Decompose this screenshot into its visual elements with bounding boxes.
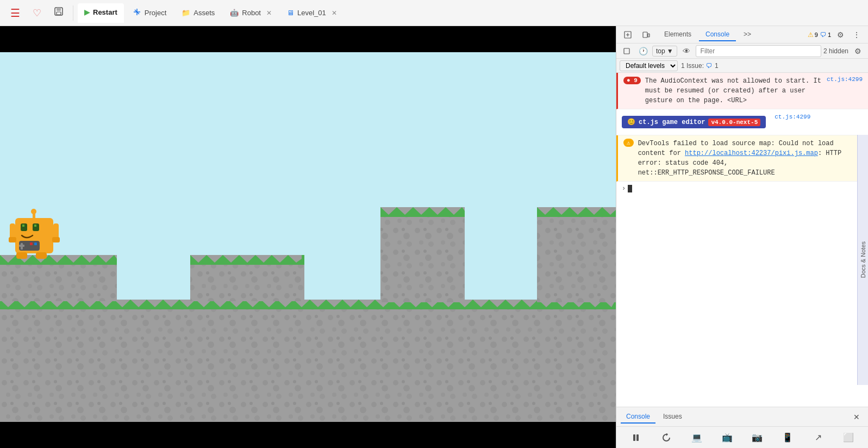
svg-rect-41 bbox=[19, 245, 24, 247]
tab-more[interactable]: >> bbox=[737, 28, 758, 41]
error-badge: ● 9 bbox=[623, 77, 641, 84]
assets-label: Assets bbox=[193, 9, 215, 17]
svg-rect-44 bbox=[9, 237, 16, 242]
robot-label: Robot bbox=[242, 9, 261, 17]
more-button[interactable]: ⋮ bbox=[850, 28, 864, 42]
issue-bar: 1 Issue: 🗩 1 bbox=[681, 62, 719, 70]
toolbar: ☰ ♡ ▶ Restart Project 📁 Assets 🤖 Robot ✕… bbox=[0, 0, 868, 26]
svg-rect-36 bbox=[34, 225, 36, 227]
main-area: Elements Console >> ⚠ 9 🗩 1 ⚙ ⋮ bbox=[0, 26, 868, 448]
svg-rect-47 bbox=[36, 252, 47, 259]
black-bar-bottom bbox=[0, 422, 616, 448]
error-file-link[interactable]: ct.js:4299 bbox=[827, 76, 863, 83]
top-selector[interactable]: top ▼ bbox=[652, 46, 677, 57]
elements-label: Elements bbox=[664, 30, 691, 38]
console-warning-msg: ⚠ DevTools failed to load source map: Co… bbox=[616, 135, 868, 182]
project-label: Project bbox=[145, 9, 166, 17]
assets-icon: 📁 bbox=[182, 9, 190, 17]
messages-count: 1 bbox=[828, 32, 831, 38]
menu-button[interactable]: ☰ bbox=[5, 3, 25, 23]
refresh-button[interactable] bbox=[658, 429, 675, 446]
tab-console[interactable]: Console bbox=[699, 28, 736, 41]
devtools-panel: Elements Console >> ⚠ 9 🗩 1 ⚙ ⋮ bbox=[616, 26, 868, 448]
filter-input[interactable] bbox=[696, 45, 821, 57]
dropdown-arrow: ▼ bbox=[667, 47, 673, 55]
docs-notes-panel[interactable]: Docs & Notes bbox=[857, 135, 868, 385]
svg-rect-39 bbox=[34, 242, 37, 245]
device-mode-button[interactable] bbox=[639, 28, 653, 42]
play-icon: ▶ bbox=[84, 8, 90, 16]
message-icon: 🗩 bbox=[820, 31, 827, 39]
warning-link[interactable]: http://localhost:42237/pixi.js.map bbox=[685, 150, 818, 157]
svg-rect-45 bbox=[52, 237, 60, 242]
devtools-toolbar: 💻 📺 📷 📱 ↗ ⬜ bbox=[616, 426, 868, 448]
eye-button[interactable]: 👁 bbox=[679, 44, 694, 58]
svg-rect-2 bbox=[57, 12, 61, 15]
settings-button[interactable]: ⚙ bbox=[833, 28, 847, 42]
message-icon-small: 🗩 bbox=[706, 62, 713, 70]
robot-close-button[interactable]: ✕ bbox=[266, 9, 272, 17]
black-bar-top bbox=[0, 26, 616, 52]
svg-rect-52 bbox=[648, 34, 650, 37]
devtools-bar3: Default levels 1 Issue: 🗩 1 bbox=[616, 59, 868, 73]
svg-rect-26 bbox=[380, 215, 465, 302]
screenshot-button[interactable]: 💻 bbox=[688, 429, 705, 446]
tab-restart[interactable]: ▶ Restart bbox=[78, 3, 124, 23]
svg-rect-46 bbox=[16, 252, 27, 259]
devtools-bar2: 🕐 top ▼ 👁 2 hidden ⚙ bbox=[616, 43, 868, 59]
tab-project[interactable]: Project bbox=[126, 3, 173, 23]
back-button[interactable] bbox=[620, 44, 634, 58]
game-area bbox=[0, 26, 616, 448]
tab-robot[interactable]: 🤖 Robot ✕ bbox=[223, 3, 278, 23]
prompt-symbol: › bbox=[622, 185, 626, 192]
robot-icon: 🤖 bbox=[230, 9, 239, 17]
level-close-button[interactable]: ✕ bbox=[332, 9, 337, 17]
tab-assets[interactable]: 📁 Assets bbox=[175, 3, 221, 23]
devtools-tab-bar: Elements Console >> bbox=[658, 28, 758, 41]
favorite-button[interactable]: ♡ bbox=[27, 3, 47, 23]
console-messages: ● 9 The AudioContext was not allowed to … bbox=[616, 73, 868, 407]
external-button[interactable]: ↗ bbox=[809, 429, 827, 446]
bottom-tab-issues[interactable]: Issues bbox=[658, 410, 688, 424]
filter-settings-button[interactable]: ⚙ bbox=[851, 44, 865, 58]
svg-rect-20 bbox=[0, 263, 117, 301]
heart-icon: ♡ bbox=[33, 7, 41, 19]
game-scene bbox=[0, 52, 616, 422]
svg-rect-54 bbox=[633, 434, 635, 441]
minimize-button[interactable]: ⬜ bbox=[840, 429, 857, 446]
record-button[interactable]: 📺 bbox=[719, 429, 736, 446]
clock-button[interactable]: 🕐 bbox=[636, 44, 650, 58]
level-label: Level_01 bbox=[297, 9, 326, 17]
warning-text: DevTools failed to load source map: Coul… bbox=[638, 139, 863, 178]
svg-rect-38 bbox=[30, 242, 33, 245]
tab-level01[interactable]: 🖥 Level_01 ✕ bbox=[280, 3, 344, 23]
camera-button[interactable]: 📷 bbox=[748, 429, 766, 446]
game-canvas bbox=[0, 52, 616, 422]
docs-notes-label: Docs & Notes bbox=[860, 241, 866, 278]
bottom-tab-console[interactable]: Console bbox=[621, 410, 655, 424]
ctjs-emoji: 😊 bbox=[627, 118, 635, 126]
pause-button[interactable] bbox=[627, 429, 645, 446]
save-icon bbox=[53, 6, 64, 20]
console-prompt-line: › bbox=[616, 182, 868, 196]
close-panel-button[interactable]: ✕ bbox=[850, 410, 864, 424]
devtools-bottom: Console Issues ✕ bbox=[616, 407, 868, 426]
save-button[interactable] bbox=[49, 3, 68, 23]
svg-rect-55 bbox=[636, 434, 639, 441]
mobile-button[interactable]: 📱 bbox=[779, 429, 796, 446]
ctjs-file-link[interactable]: ct.js:4299 bbox=[775, 114, 810, 120]
svg-rect-23 bbox=[190, 263, 304, 301]
restart-label: Restart bbox=[93, 8, 117, 16]
cursor-blink bbox=[628, 185, 632, 192]
level-selector[interactable]: Default levels bbox=[620, 60, 678, 71]
inspect-element-button[interactable] bbox=[621, 28, 635, 42]
devtools-topbar: Elements Console >> ⚠ 9 🗩 1 ⚙ ⋮ bbox=[616, 26, 868, 43]
svg-rect-51 bbox=[643, 32, 647, 38]
hidden-badge: 2 hidden bbox=[823, 47, 848, 55]
issue-count-text: 1 Issue: bbox=[681, 62, 704, 70]
warning-icon: ⚠ bbox=[808, 31, 814, 39]
warning-badge: ⚠ bbox=[623, 139, 634, 147]
tab-elements[interactable]: Elements bbox=[658, 28, 698, 41]
console-error-msg: ● 9 The AudioContext was not allowed to … bbox=[616, 73, 868, 109]
svg-rect-53 bbox=[624, 48, 629, 54]
